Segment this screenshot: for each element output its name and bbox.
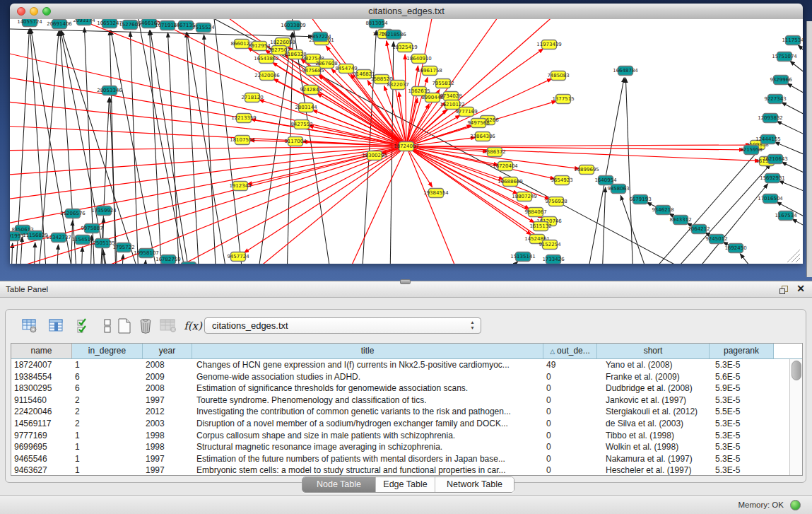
graph-edge-selected[interactable] [406, 66, 418, 146]
column-header-in_degree[interactable]: in_degree [72, 344, 143, 358]
graph-node-8322037[interactable]: 8322037 [387, 81, 408, 90]
table-row[interactable]: 1872400712008Changes of HCN gene express… [11, 359, 802, 371]
graph-node-9227343[interactable]: 9227343 [764, 95, 786, 104]
graph-edge[interactable] [137, 19, 187, 264]
graph-node-19384554[interactable]: 19384554 [423, 189, 449, 198]
graph-edge[interactable] [620, 195, 649, 264]
graph-edge[interactable] [81, 247, 83, 264]
graph-node-18107554[interactable]: 18107554 [230, 136, 255, 145]
graph-node-9152254[interactable]: 9152254 [539, 240, 561, 250]
network-canvas[interactable]: 1872400786601238912954182260589827503165… [10, 19, 803, 264]
column-visibility-button[interactable] [48, 317, 65, 335]
graph-edge-selected[interactable] [406, 19, 505, 146]
graph-node-12093832[interactable]: 12093832 [758, 114, 783, 123]
graph-node-9391993[interactable]: 9391993 [10, 232, 24, 241]
graph-edge[interactable] [499, 262, 518, 264]
table-selector-dropdown[interactable]: citations_edges.txt ▲▼ [204, 317, 481, 334]
graph-node-9346218[interactable]: 9346218 [652, 206, 673, 215]
graph-edge-selected[interactable] [406, 146, 433, 187]
graph-node-16782759[interactable]: 16782759 [155, 255, 181, 264]
graph-node-7485083[interactable]: 7485083 [547, 71, 569, 81]
graph-edge-selected[interactable] [406, 145, 751, 146]
graph-edge[interactable] [151, 30, 190, 264]
graph-node-10688609[interactable]: 10688609 [498, 177, 523, 187]
scrollbar-thumb[interactable] [792, 361, 801, 380]
graph-edge-selected[interactable] [342, 146, 406, 264]
graph-node-9975887[interactable]: 9975887 [81, 224, 102, 233]
graph-node-16648784[interactable]: 16648784 [613, 66, 638, 76]
table-vertical-scrollbar[interactable] [789, 359, 802, 476]
graph-edge-selected[interactable] [405, 54, 406, 146]
graph-node-9858063[interactable]: 9858063 [607, 185, 629, 194]
graph-edge[interactable] [34, 243, 35, 264]
graph-node-7955812[interactable]: 7955812 [432, 79, 454, 88]
graph-node-26206576[interactable]: 26206576 [60, 209, 86, 218]
graph-node-1064212[interactable]: 1064212 [688, 225, 710, 234]
graph-node-15135141[interactable]: 15135141 [510, 252, 536, 262]
resize-grip-icon[interactable] [796, 258, 800, 262]
graph-node-9245012[interactable]: 9245012 [705, 235, 727, 244]
graph-edge[interactable] [798, 45, 803, 74]
tab-network-table[interactable]: Network Table [435, 477, 514, 492]
column-header-short[interactable]: short [597, 344, 710, 358]
graph-edge-selected[interactable] [134, 19, 406, 146]
column-header-out_de[interactable]: △out_de... [543, 344, 597, 358]
table-row[interactable]: 977716911998Corpus callosum shape and si… [11, 430, 802, 442]
graph-edge[interactable] [602, 187, 606, 264]
function-builder-button[interactable]: f(x) [182, 317, 204, 335]
graph-node-6679193[interactable]: 6679193 [629, 195, 651, 204]
table-row[interactable]: 1830029562008Estimation of significance … [11, 382, 802, 395]
graph-node-22420046[interactable]: 22420046 [254, 71, 280, 81]
graph-node-9756928[interactable]: 9756928 [545, 197, 567, 206]
delete-column-button[interactable] [137, 317, 154, 335]
graph-node-11973439[interactable]: 11973439 [536, 40, 562, 49]
graph-node-8943312[interactable]: 8943312 [669, 216, 691, 225]
graph-node-1733426[interactable]: 1733426 [542, 255, 565, 264]
graph-node-18807249[interactable]: 18807249 [512, 192, 537, 201]
graph-node-9242848[interactable]: 9242848 [300, 86, 322, 95]
table-row[interactable]: 2242004622012Investigating the contribut… [11, 406, 802, 418]
graph-edge-selected[interactable] [326, 46, 406, 146]
graph-node-8427552[interactable]: 8427552 [290, 120, 312, 129]
graph-node-12213359[interactable]: 12213359 [231, 114, 257, 123]
graph-node-9117004[interactable]: 9117004 [284, 137, 307, 146]
graph-node-15751074[interactable]: 15751074 [772, 52, 797, 62]
graph-edge[interactable] [38, 31, 59, 264]
graph-edge-selected[interactable] [52, 19, 406, 146]
graph-node-7386372[interactable]: 7386372 [483, 148, 505, 157]
row-mode-button[interactable] [99, 317, 116, 335]
graph-node-9329966[interactable]: 9329966 [770, 76, 792, 85]
graph-edge[interactable] [130, 32, 139, 264]
graph-edge[interactable] [167, 33, 180, 264]
graph-node-6734028[interactable]: 6734028 [440, 92, 461, 101]
graph-node-1615132[interactable]: 1615132 [529, 222, 551, 231]
graph-node-17359924[interactable]: 17359924 [91, 206, 117, 216]
graph-node-18325419[interactable]: 18325419 [392, 43, 418, 52]
graph-node-9475685[interactable]: 9475685 [302, 66, 324, 76]
table-row[interactable]: 946362711997Embryonic stem cells: a mode… [11, 465, 802, 476]
table-row[interactable]: 969969511998Structural magnetic resonanc… [11, 441, 802, 453]
graph-node-9497568[interactable]: 9497568 [467, 119, 489, 128]
graph-node-1167534[interactable]: 1167534 [775, 211, 797, 221]
graph-node-10899695[interactable]: 10899695 [574, 165, 599, 175]
tab-edge-table[interactable]: Edge Table [376, 477, 435, 492]
graph-node-1795722[interactable]: 1795722 [112, 243, 134, 252]
graph-node-8912954[interactable]: 8912954 [248, 42, 271, 51]
table-row[interactable]: 1456911722003Disruption of a novel membe… [11, 418, 802, 430]
resize-grip-icon[interactable] [792, 254, 800, 262]
graph-node-18640910[interactable]: 18640910 [406, 54, 432, 64]
float-panel-icon[interactable] [779, 286, 788, 294]
graph-edge[interactable] [740, 254, 760, 264]
graph-node-1912344[interactable]: 1912344 [229, 182, 252, 191]
close-panel-icon[interactable]: ✕ [796, 283, 805, 294]
graph-edge[interactable] [625, 78, 633, 264]
column-selection-button[interactable] [75, 317, 92, 335]
column-header-name[interactable]: name [11, 344, 72, 358]
graph-node-16033809[interactable]: 16033809 [281, 21, 306, 30]
graph-node-17016504[interactable]: 17016504 [758, 194, 783, 204]
graph-edge-selected[interactable] [10, 146, 406, 151]
graph-node-8813054[interactable]: 8813054 [365, 19, 388, 28]
graph-node-9884067[interactable]: 9884067 [524, 208, 546, 217]
graph-node-1692450[interactable]: 1692450 [724, 244, 746, 253]
graph-node-9457724[interactable]: 9457724 [227, 252, 249, 262]
